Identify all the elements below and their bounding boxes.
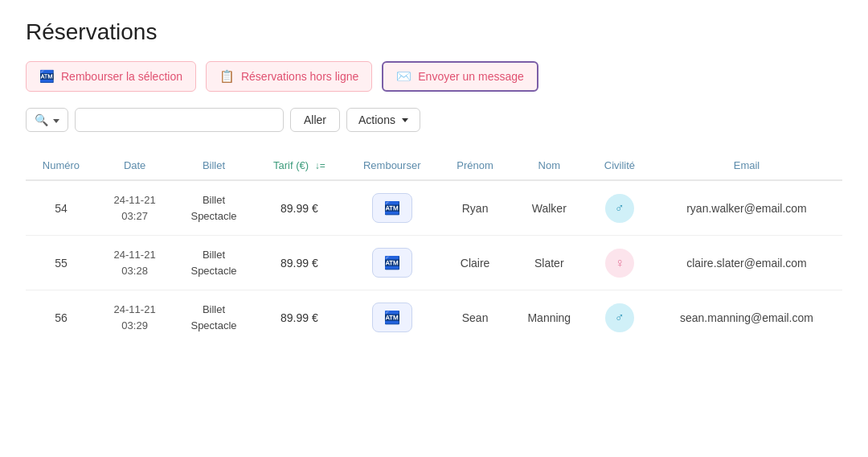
page-title: Réservations [26, 19, 842, 45]
civilite-badge: ♂ [605, 303, 634, 332]
envoyer-message-button[interactable]: ✉️ Envoyer un message [382, 61, 538, 92]
cell-billet: BilletSpectacle [173, 180, 255, 236]
cell-date: 24-11-2103:27 [96, 180, 173, 236]
actions-chevron-icon [402, 118, 408, 122]
col-date: Date [96, 151, 173, 180]
cell-tarif: 89.99 € [255, 290, 344, 345]
cell-civilite: ♂ [588, 180, 651, 236]
col-rembourser: Rembourser [344, 151, 440, 180]
cell-numero: 56 [26, 290, 96, 345]
actions-dropdown-button[interactable]: Actions [346, 108, 420, 132]
cell-tarif: 89.99 € [255, 180, 344, 236]
cell-tarif: 89.99 € [255, 236, 344, 290]
rembourser-button[interactable]: 🏧 [372, 193, 412, 223]
cell-numero: 55 [26, 236, 96, 290]
card-icon: 🏧 [384, 255, 400, 270]
col-numero: Numéro [26, 151, 96, 180]
table-row: 56 24-11-2103:29 BilletSpectacle 89.99 €… [26, 290, 842, 345]
cell-email: ryan.walker@email.com [651, 180, 842, 236]
search-chevron-icon [51, 113, 59, 126]
cell-prenom: Sean [440, 290, 510, 345]
actions-label: Actions [358, 113, 395, 126]
action-buttons-bar: 🏧 Rembourser la sélection 📋 Réservations… [26, 61, 842, 92]
envelope-icon: ✉️ [396, 69, 411, 84]
cell-email: claire.slater@email.com [651, 236, 842, 290]
offline-icon: 📋 [219, 69, 235, 84]
col-nom: Nom [510, 151, 588, 180]
col-prenom: Prénom [440, 151, 510, 180]
cell-nom: Manning [510, 290, 588, 345]
toolbar: 🔍 Aller Actions [26, 108, 842, 132]
cell-rembourser: 🏧 [344, 236, 440, 290]
card-icon: 🏧 [384, 310, 400, 325]
table-row: 55 24-11-2103:28 BilletSpectacle 89.99 €… [26, 236, 842, 290]
rembourser-button[interactable]: 🏧 [372, 303, 412, 332]
civilite-badge: ♀ [605, 249, 634, 278]
civilite-badge: ♂ [605, 194, 634, 223]
cell-prenom: Ryan [440, 180, 510, 236]
table-row: 54 24-11-2103:27 BilletSpectacle 89.99 €… [26, 180, 842, 236]
cell-rembourser: 🏧 [344, 290, 440, 345]
reservations-table: Numéro Date Billet Tarif (€) ↓= Rembours… [26, 151, 842, 344]
table-body: 54 24-11-2103:27 BilletSpectacle 89.99 €… [26, 180, 842, 344]
cell-numero: 54 [26, 180, 96, 236]
cell-billet: BilletSpectacle [173, 290, 255, 345]
reservations-table-wrapper: Numéro Date Billet Tarif (€) ↓= Rembours… [26, 151, 842, 344]
cell-date: 24-11-2103:28 [96, 236, 173, 290]
cell-email: sean.manning@email.com [651, 290, 842, 345]
cell-civilite: ♂ [588, 290, 651, 345]
col-civilite: Civilité [588, 151, 651, 180]
rembourser-label: Rembourser la sélection [61, 70, 182, 83]
cell-date: 24-11-2103:29 [96, 290, 173, 345]
col-tarif[interactable]: Tarif (€) ↓= [255, 151, 344, 180]
col-billet: Billet [173, 151, 255, 180]
cell-nom: Walker [510, 180, 588, 236]
cell-civilite: ♀ [588, 236, 651, 290]
hors-ligne-label: Réservations hors ligne [241, 70, 358, 83]
sort-indicator: ↓= [315, 160, 326, 171]
search-input[interactable] [75, 108, 284, 132]
cell-prenom: Claire [440, 236, 510, 290]
reservations-hors-ligne-button[interactable]: 📋 Réservations hors ligne [206, 61, 372, 92]
rembourser-selection-button[interactable]: 🏧 Rembourser la sélection [26, 61, 196, 92]
cell-billet: BilletSpectacle [173, 236, 255, 290]
aller-button[interactable]: Aller [290, 108, 340, 132]
credit-card-icon: 🏧 [39, 69, 55, 84]
table-header: Numéro Date Billet Tarif (€) ↓= Rembours… [26, 151, 842, 180]
message-label: Envoyer un message [418, 70, 524, 83]
search-icon: 🔍 [35, 113, 48, 126]
search-dropdown-button[interactable]: 🔍 [26, 108, 68, 132]
col-email: Email [651, 151, 842, 180]
card-icon: 🏧 [384, 200, 400, 216]
cell-rembourser: 🏧 [344, 180, 440, 236]
cell-nom: Slater [510, 236, 588, 290]
rembourser-button[interactable]: 🏧 [372, 248, 412, 278]
